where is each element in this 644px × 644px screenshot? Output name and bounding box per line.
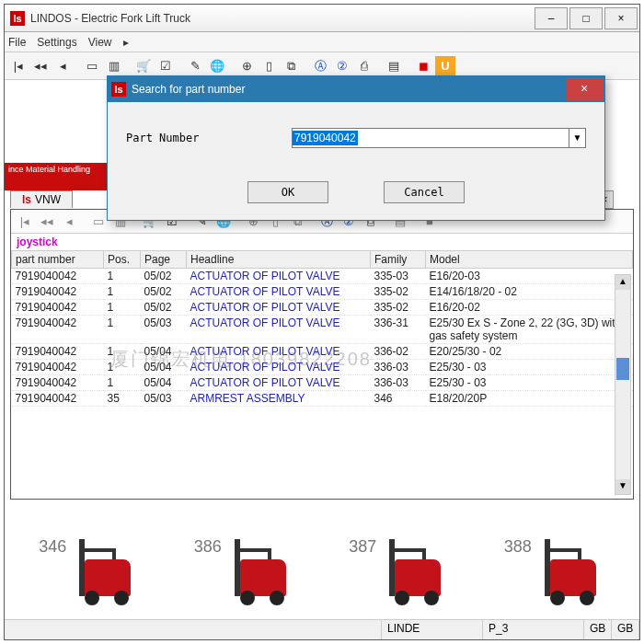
dialog-title-bar: ls Search for part number × [108, 76, 604, 102]
forklift-icon [376, 543, 450, 607]
status-p3: P_3 [483, 620, 584, 639]
film-icon[interactable]: ▭ [88, 212, 109, 232]
status-gb2: GB [612, 620, 639, 639]
part-number-value: 7919040042 [293, 131, 358, 145]
menu-bar: File Settings View ▸ [5, 32, 639, 52]
flag-icon[interactable]: ◼ [413, 56, 433, 76]
dialog-title: Search for part number [132, 83, 566, 96]
model-thumb[interactable]: 386 [194, 543, 295, 612]
col-model[interactable]: Model [426, 251, 633, 269]
tab-label: VNW [35, 193, 61, 206]
menu-settings[interactable]: Settings [37, 36, 76, 49]
globe-icon[interactable]: 🌐 [207, 56, 227, 76]
status-bar: LINDE P_3 GB GB [5, 619, 639, 639]
back-icon[interactable]: ◂ [52, 56, 73, 76]
table-row[interactable]: 7919040042105/03ACTUATOR OF PILOT VALVE3… [12, 316, 633, 344]
model-number: 388 [504, 537, 532, 556]
results-panel: |◂ ◂◂ ◂ ▭ ▥ 🛒 ☑ ✎ 🌐 ⊕ ▯ ⧉ Ⓐ ② ⎙ [10, 209, 634, 500]
search-2-icon[interactable]: ② [332, 56, 352, 76]
menu-file[interactable]: File [8, 36, 26, 49]
close-button[interactable]: × [604, 7, 638, 29]
col-page[interactable]: Page [141, 251, 187, 269]
model-number: 387 [349, 537, 376, 556]
table-header-row: part number Pos. Page Headline Family Mo… [12, 251, 633, 269]
part-number-label: Part Number [126, 132, 292, 144]
col-headline[interactable]: Headline [187, 251, 371, 269]
menu-arrow-icon[interactable]: ▸ [123, 36, 129, 49]
col-pos[interactable]: Pos. [104, 251, 141, 269]
search-dialog: ls Search for part number × Part Number … [107, 75, 605, 221]
first-icon[interactable]: |◂ [15, 212, 35, 232]
table-row[interactable]: 7919040042105/02ACTUATOR OF PILOT VALVE3… [12, 284, 633, 300]
maximize-button[interactable]: □ [569, 7, 603, 29]
cart-icon[interactable]: 🛒 [133, 56, 154, 76]
table-row[interactable]: 7919040042105/04ACTUATOR OF PILOT VALVE3… [12, 360, 633, 375]
table-row[interactable]: 7919040042105/04ACTUATOR OF PILOT VALVE3… [12, 375, 633, 391]
table-row[interactable]: 7919040042105/02ACTUATOR OF PILOT VALVE3… [12, 300, 633, 316]
ok-button[interactable]: OK [247, 181, 328, 203]
model-number: 386 [194, 537, 222, 556]
search-term: joystick [11, 234, 633, 250]
tab-vnw[interactable]: ls VNW [10, 190, 73, 208]
forklift-icon [66, 543, 140, 607]
model-thumb[interactable]: 387 [349, 543, 450, 612]
pencil-icon[interactable]: ✎ [185, 56, 205, 76]
menu-view[interactable]: View [88, 36, 112, 49]
window-title: LINDOS - Electric Fork Lift Truck [30, 12, 535, 25]
dialog-icon: ls [111, 82, 126, 97]
table-row[interactable]: 79190400423505/03ARMREST ASSEMBLY346E18/… [12, 391, 633, 407]
brand-banner: ince Material Handling [5, 163, 115, 190]
print-icon[interactable]: ⎙ [354, 56, 374, 76]
u-icon[interactable]: U [435, 56, 455, 76]
col-part[interactable]: part number [12, 251, 104, 269]
search-a-icon[interactable]: Ⓐ [310, 56, 330, 76]
model-thumb[interactable]: 388 [504, 543, 605, 612]
dropdown-icon[interactable]: ▼ [569, 129, 585, 147]
part-number-input[interactable]: 7919040042 ▼ [292, 128, 586, 148]
film-icon[interactable]: ▭ [82, 56, 102, 76]
zoom-in-icon[interactable]: ⊕ [236, 56, 257, 76]
cancel-button[interactable]: Cancel [384, 181, 465, 203]
tab-icon: ls [22, 193, 31, 206]
model-gallery: 346386387388 [12, 506, 632, 612]
forklift-icon [222, 543, 295, 607]
copy-icon[interactable]: ⧉ [281, 56, 301, 76]
first-icon[interactable]: |◂ [8, 56, 29, 76]
table-row[interactable]: 7919040042105/04ACTUATOR OF PILOT VALVE3… [12, 344, 633, 360]
table-row[interactable]: 7919040042105/02ACTUATOR OF PILOT VALVE3… [12, 269, 633, 284]
model-number: 346 [39, 537, 66, 556]
app-icon: ls [10, 11, 25, 26]
forklift-icon [532, 543, 605, 607]
col-family[interactable]: Family [371, 251, 426, 269]
doc-icon[interactable]: ▯ [259, 56, 279, 76]
results-table: part number Pos. Page Headline Family Mo… [11, 250, 633, 407]
scroll-thumb[interactable] [616, 358, 629, 380]
dialog-close-button[interactable]: × [566, 78, 603, 100]
page-icon[interactable]: ▤ [384, 56, 404, 76]
rewind-icon[interactable]: ◂◂ [30, 56, 51, 76]
back-icon[interactable]: ◂ [59, 212, 79, 232]
page-check-icon[interactable]: ☑ [155, 56, 176, 76]
rewind-icon[interactable]: ◂◂ [37, 212, 57, 232]
status-linde: LINDE [382, 620, 483, 639]
model-thumb[interactable]: 346 [39, 543, 140, 612]
scroll-down-icon[interactable]: ▼ [615, 479, 630, 494]
card-icon[interactable]: ▥ [104, 56, 124, 76]
minimize-button[interactable]: – [535, 7, 568, 29]
status-gb1: GB [584, 620, 612, 639]
scroll-up-icon[interactable]: ▲ [615, 275, 630, 290]
title-bar: ls LINDOS - Electric Fork Lift Truck – □… [5, 5, 639, 32]
results-scrollbar[interactable]: ▲ ▼ [615, 274, 631, 495]
